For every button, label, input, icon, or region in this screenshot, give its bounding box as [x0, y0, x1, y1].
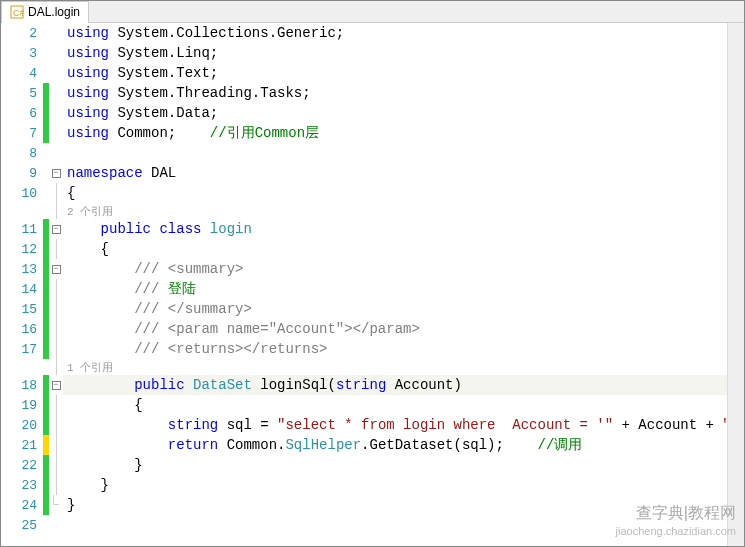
outline-collapse-icon[interactable]: −	[52, 225, 61, 234]
line-number: 15	[1, 302, 43, 317]
code-editor[interactable]: 2 3 4 5 6 7 8 9− 10 11− 12 13− 14 15 16 …	[1, 23, 744, 546]
line-number: 18	[1, 378, 43, 393]
line-number: 23	[1, 478, 43, 493]
code-line[interactable]: string sql = "select * from login where …	[63, 415, 727, 435]
code-line[interactable]: using System.Collections.Generic;	[63, 23, 727, 43]
code-line[interactable]: using System.Data;	[63, 103, 727, 123]
code-line[interactable]: using System.Text;	[63, 63, 727, 83]
code-line[interactable]: using System.Linq;	[63, 43, 727, 63]
line-number: 11	[1, 222, 43, 237]
code-line[interactable]: return Common.SqlHelper.GetDataset(sql);…	[63, 435, 727, 455]
line-number: 4	[1, 66, 43, 81]
line-number: 24	[1, 498, 43, 513]
codelens-references[interactable]: 2 个引用	[63, 203, 727, 219]
line-number: 16	[1, 322, 43, 337]
code-line[interactable]: }	[63, 455, 727, 475]
line-number: 9	[1, 166, 43, 181]
code-line[interactable]: }	[63, 475, 727, 495]
line-number: 25	[1, 518, 43, 533]
code-line[interactable]: {	[63, 395, 727, 415]
svg-text:C#: C#	[13, 8, 24, 18]
code-line[interactable]: /// 登陆	[63, 279, 727, 299]
line-number: 3	[1, 46, 43, 61]
code-line[interactable]: /// </summary>	[63, 299, 727, 319]
code-line[interactable]: using Common; //引用Common层	[63, 123, 727, 143]
code-line[interactable]: {	[63, 239, 727, 259]
tab-bar: C# DAL.login	[1, 1, 744, 23]
code-line[interactable]	[63, 143, 727, 163]
line-number: 2	[1, 26, 43, 41]
csharp-file-icon: C#	[10, 5, 24, 19]
line-number: 7	[1, 126, 43, 141]
code-line[interactable]: /// <param name="Account"></param>	[63, 319, 727, 339]
code-line[interactable]: /// <returns></returns>	[63, 339, 727, 359]
outline-collapse-icon[interactable]: −	[52, 381, 61, 390]
code-line[interactable]: using System.Threading.Tasks;	[63, 83, 727, 103]
line-number: 13	[1, 262, 43, 277]
watermark: 查字典|教程网 jiaocheng.chazidian.com	[616, 503, 736, 538]
line-number: 12	[1, 242, 43, 257]
code-line[interactable]: /// <summary>	[63, 259, 727, 279]
vertical-scrollbar[interactable]	[727, 23, 744, 546]
line-number: 17	[1, 342, 43, 357]
line-number: 22	[1, 458, 43, 473]
line-number: 5	[1, 86, 43, 101]
line-number: 20	[1, 418, 43, 433]
code-line-active[interactable]: public DataSet loginSql(string Account)	[63, 375, 727, 395]
codelens-references[interactable]: 1 个引用	[63, 359, 727, 375]
code-line[interactable]: {	[63, 183, 727, 203]
outline-collapse-icon[interactable]: −	[52, 265, 61, 274]
gutter: 2 3 4 5 6 7 8 9− 10 11− 12 13− 14 15 16 …	[1, 23, 63, 546]
code-area[interactable]: using System.Collections.Generic; using …	[63, 23, 727, 546]
outline-collapse-icon[interactable]: −	[52, 169, 61, 178]
code-line[interactable]: public class login	[63, 219, 727, 239]
line-number: 6	[1, 106, 43, 121]
line-number: 21	[1, 438, 43, 453]
line-number: 19	[1, 398, 43, 413]
line-number: 10	[1, 186, 43, 201]
line-number: 14	[1, 282, 43, 297]
file-tab[interactable]: C# DAL.login	[1, 1, 89, 23]
tab-title: DAL.login	[28, 5, 80, 19]
code-line[interactable]: namespace DAL	[63, 163, 727, 183]
line-number: 8	[1, 146, 43, 161]
